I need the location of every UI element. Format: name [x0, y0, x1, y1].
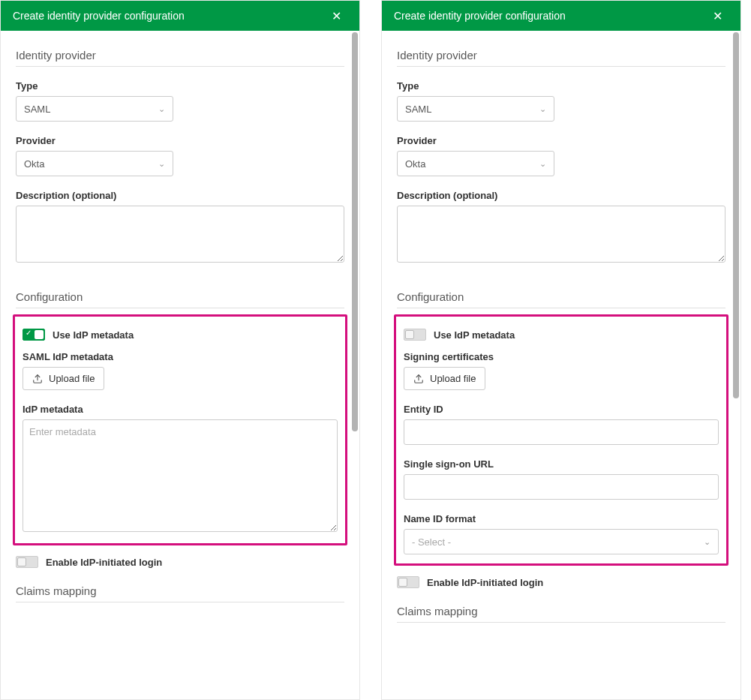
- type-label: Type: [16, 80, 344, 92]
- chevron-down-icon: ⌄: [158, 104, 165, 114]
- toggle-use-idp-metadata[interactable]: [23, 329, 45, 341]
- highlight-box-right: Use IdP metadata Signing certificates Up…: [394, 314, 728, 566]
- provider-value: Okta: [24, 158, 44, 170]
- panel-right: Create identity provider configuration ✕…: [381, 0, 741, 700]
- sso-url-input[interactable]: [404, 474, 719, 500]
- section-claims-mapping: Claims mapping: [16, 584, 344, 602]
- upload-file-button[interactable]: Upload file: [23, 367, 104, 390]
- type-select[interactable]: SAML ⌄: [397, 96, 554, 122]
- provider-select[interactable]: Okta ⌄: [16, 151, 173, 176]
- upload-file-button[interactable]: Upload file: [404, 367, 485, 390]
- section-claims-mapping: Claims mapping: [397, 605, 725, 623]
- provider-value: Okta: [405, 158, 425, 170]
- nameid-label: Name ID format: [404, 513, 719, 524]
- signing-certificates-label: Signing certificates: [404, 351, 719, 362]
- toggle-use-idp-metadata-row: Use IdP metadata: [404, 329, 719, 341]
- toggle-idp-initiated[interactable]: [16, 556, 38, 568]
- description-textarea[interactable]: [397, 206, 725, 263]
- type-label: Type: [397, 80, 725, 92]
- saml-idp-metadata-label: SAML IdP metadata: [23, 351, 338, 362]
- field-description: Description (optional): [397, 190, 725, 265]
- field-provider: Provider Okta ⌄: [16, 135, 344, 176]
- field-idp-metadata: IdP metadata: [23, 404, 338, 534]
- idp-metadata-textarea[interactable]: [23, 419, 338, 532]
- field-description: Description (optional): [16, 190, 344, 265]
- dialog-body: Identity provider Type SAML ⌄ Provider O…: [382, 31, 740, 699]
- type-value: SAML: [405, 104, 431, 115]
- entity-id-label: Entity ID: [404, 404, 719, 415]
- upload-file-label: Upload file: [49, 373, 95, 384]
- type-select[interactable]: SAML ⌄: [16, 96, 173, 122]
- toggle-idp-initiated-label: Enable IdP-initiated login: [427, 577, 543, 588]
- toggle-idp-initiated-row: Enable IdP-initiated login: [16, 556, 344, 568]
- dialog-title: Create identity provider configuration: [13, 10, 185, 22]
- provider-label: Provider: [16, 135, 344, 146]
- chevron-down-icon: ⌄: [539, 104, 546, 114]
- description-label: Description (optional): [16, 190, 344, 201]
- toggle-use-idp-metadata-label: Use IdP metadata: [53, 329, 134, 341]
- provider-label: Provider: [397, 135, 725, 146]
- section-configuration: Configuration: [397, 290, 725, 308]
- field-sso-url: Single sign-on URL: [404, 458, 719, 500]
- entity-id-input[interactable]: [404, 419, 719, 445]
- section-identity-provider: Identity provider: [397, 49, 725, 67]
- toggle-use-idp-metadata[interactable]: [404, 329, 426, 341]
- field-type: Type SAML ⌄: [397, 80, 725, 122]
- type-value: SAML: [24, 104, 50, 115]
- toggle-use-idp-metadata-row: Use IdP metadata: [23, 329, 338, 341]
- dialog-title: Create identity provider configuration: [394, 10, 566, 22]
- toggle-idp-initiated-row: Enable IdP-initiated login: [397, 576, 725, 588]
- sso-url-label: Single sign-on URL: [404, 458, 719, 470]
- chevron-down-icon: ⌄: [704, 537, 710, 547]
- toggle-idp-initiated[interactable]: [397, 576, 419, 588]
- dialog-header: Create identity provider configuration ✕: [382, 1, 740, 31]
- scrollbar[interactable]: [352, 32, 358, 698]
- field-saml-metadata: SAML IdP metadata Upload file: [23, 351, 338, 390]
- nameid-placeholder: - Select -: [412, 536, 451, 548]
- field-nameid: Name ID format - Select - ⌄: [404, 513, 719, 554]
- scrollbar-thumb[interactable]: [352, 32, 358, 431]
- toggle-idp-initiated-label: Enable IdP-initiated login: [46, 557, 162, 568]
- toggle-use-idp-metadata-label: Use IdP metadata: [434, 329, 515, 341]
- dialog-header: Create identity provider configuration ✕: [1, 1, 359, 31]
- description-textarea[interactable]: [16, 206, 344, 263]
- description-label: Description (optional): [397, 190, 725, 201]
- idp-metadata-label: IdP metadata: [23, 404, 338, 415]
- scrollbar[interactable]: [733, 32, 739, 698]
- field-provider: Provider Okta ⌄: [397, 135, 725, 176]
- panel-left: Create identity provider configuration ✕…: [0, 0, 360, 700]
- field-type: Type SAML ⌄: [16, 80, 344, 122]
- section-identity-provider: Identity provider: [16, 49, 344, 67]
- close-icon[interactable]: ✕: [326, 6, 347, 26]
- close-icon[interactable]: ✕: [707, 6, 728, 26]
- dialog-body: Identity provider Type SAML ⌄ Provider O…: [1, 31, 359, 699]
- upload-icon: [32, 374, 43, 384]
- field-entity-id: Entity ID: [404, 404, 719, 445]
- scrollbar-thumb[interactable]: [733, 32, 739, 398]
- nameid-select[interactable]: - Select - ⌄: [404, 529, 719, 554]
- upload-icon: [413, 374, 424, 384]
- upload-file-label: Upload file: [430, 373, 476, 384]
- provider-select[interactable]: Okta ⌄: [397, 151, 554, 176]
- section-configuration: Configuration: [16, 290, 344, 308]
- field-signing-certificates: Signing certificates Upload file: [404, 351, 719, 390]
- chevron-down-icon: ⌄: [158, 159, 165, 169]
- chevron-down-icon: ⌄: [539, 159, 546, 169]
- highlight-box-left: Use IdP metadata SAML IdP metadata Uploa…: [13, 314, 347, 545]
